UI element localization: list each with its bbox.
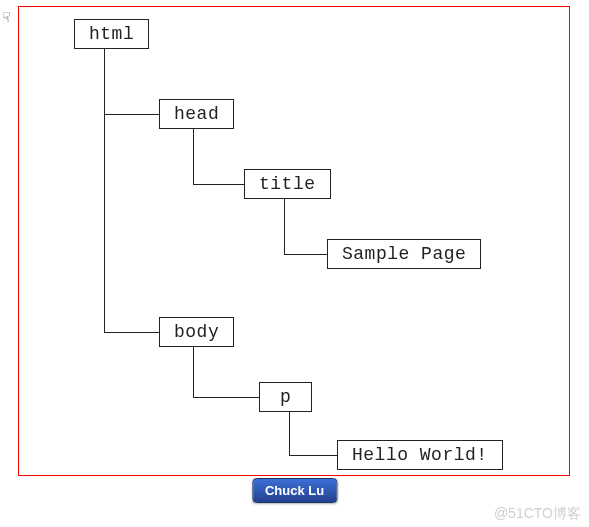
node-label: p — [280, 387, 291, 407]
node-body: body — [159, 317, 234, 347]
node-label: title — [259, 174, 316, 194]
screenshot-canvas: ☟ html head title Sample Page body p Hel… — [0, 0, 589, 527]
node-html: html — [74, 19, 149, 49]
connector — [104, 49, 105, 333]
connector — [284, 254, 327, 255]
node-label: body — [174, 322, 219, 342]
connector — [104, 332, 159, 333]
node-p: p — [259, 382, 312, 412]
connector — [193, 184, 244, 185]
node-label: Sample Page — [342, 244, 466, 264]
node-title: title — [244, 169, 331, 199]
hand-cursor-icon: ☟ — [2, 9, 10, 26]
connector — [289, 412, 290, 455]
connector — [284, 199, 285, 255]
author-chip[interactable]: Chuck Lu — [252, 478, 337, 503]
node-sample-page: Sample Page — [327, 239, 481, 269]
connector — [289, 455, 337, 456]
dom-tree-diagram: html head title Sample Page body p Hello… — [18, 6, 570, 476]
node-hello-world: Hello World! — [337, 440, 503, 470]
watermark-text: @51CTO博客 — [494, 505, 581, 523]
node-label: Hello World! — [352, 445, 488, 465]
connector — [104, 114, 159, 115]
connector — [193, 129, 194, 185]
node-head: head — [159, 99, 234, 129]
connector — [193, 397, 259, 398]
author-chip-label: Chuck Lu — [265, 483, 324, 498]
node-label: html — [89, 24, 134, 44]
node-label: head — [174, 104, 219, 124]
connector — [193, 347, 194, 397]
